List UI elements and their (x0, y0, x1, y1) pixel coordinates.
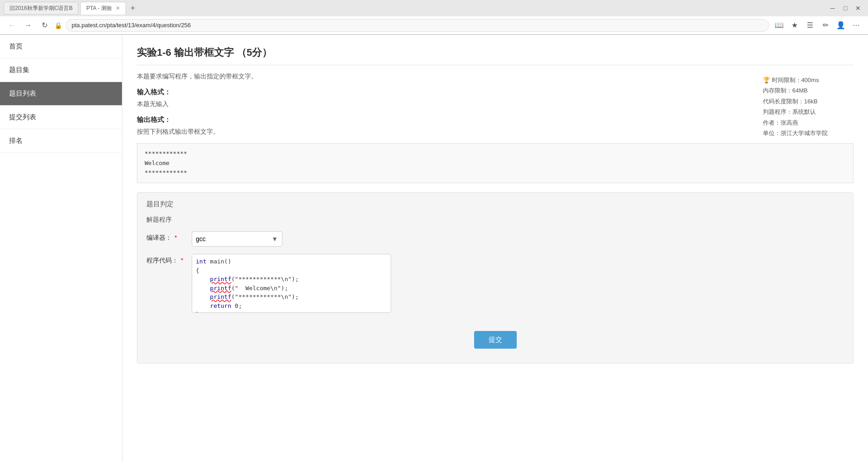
sidebar-item-home[interactable]: 首页 (0, 35, 122, 58)
compiler-row: 编译器： * gcc g++ clang ▼ (146, 231, 844, 247)
reading-mode-icon[interactable]: 📖 (773, 19, 786, 32)
submit-button[interactable]: 提交 (474, 331, 517, 349)
new-tab-button[interactable]: + (128, 4, 138, 13)
toolbar-icons: 📖 ★ ☰ ✏ 👤 ⋯ (773, 19, 863, 32)
submit-area: 提交 (146, 324, 844, 356)
refresh-button[interactable]: ↻ (38, 19, 51, 32)
minimize-button[interactable]: ─ (826, 2, 839, 15)
sidebar-item-submissions[interactable]: 提交列表 (0, 106, 122, 129)
compiler-select[interactable]: gcc g++ clang (192, 231, 282, 247)
favorites-icon[interactable]: ★ (788, 19, 801, 32)
sidebar-item-problemset-label: 题目集 (9, 66, 29, 73)
output-line-2: Welcome (145, 159, 846, 168)
url-input[interactable] (66, 19, 769, 32)
output-format-content: 按照下列格式输出带框文字。 (137, 128, 853, 136)
tab-bar: 旧2016秋季新学期C语言B PTA - 测验 ✕ + ─ □ ✕ (0, 0, 868, 16)
tab-active[interactable]: PTA - 测验 ✕ (80, 2, 126, 15)
sidebar-item-problemset[interactable]: 题目集 (0, 58, 122, 82)
sidebar-item-ranking[interactable]: 排名 (0, 129, 122, 153)
code-line-1: int main() (196, 257, 387, 266)
output-line-1: ************ (145, 149, 846, 159)
edit-icon[interactable]: ✏ (819, 19, 832, 32)
menu-icon[interactable]: ☰ (804, 19, 816, 32)
code-line-6: return 0; (196, 302, 387, 311)
info-panel: 🏆 时间限制：400ms 内存限制：64MB 代码长度限制：16kB 判题程序：… (763, 75, 853, 138)
compiler-label: 编译器： * (146, 231, 192, 242)
output-format-label: 输出格式： (137, 116, 853, 124)
sidebar-item-home-label: 首页 (9, 42, 23, 50)
info-author: 作者：张高燕 (763, 117, 853, 128)
main-content: 🏆 时间限制：400ms 内存限制：64MB 代码长度限制：16kB 判题程序：… (122, 35, 868, 462)
code-required: * (181, 257, 183, 264)
input-format-label: 输入格式： (137, 88, 853, 97)
code-line-3: printf("************\n"); (196, 275, 387, 284)
judge-title: 题目判定 (146, 200, 844, 209)
maximize-button[interactable]: □ (839, 2, 852, 15)
lock-icon: 🔒 (54, 22, 62, 29)
solution-label: 解题程序 (146, 216, 844, 224)
code-line-2: { (196, 266, 387, 275)
compiler-required: * (175, 234, 177, 241)
sidebar-item-submissions-label: 提交列表 (9, 113, 36, 121)
tab-prev-label: 旧2016秋季新学期C语言B (10, 5, 73, 12)
sidebar-item-ranking-label: 排名 (9, 136, 23, 144)
tab-prev[interactable]: 旧2016秋季新学期C语言B (4, 2, 78, 15)
tab-close-icon[interactable]: ✕ (116, 5, 120, 11)
page-layout: 首页 题目集 题目列表 提交列表 排名 🏆 时间限制：400ms 内存限制：64… (0, 35, 868, 462)
code-line-4: printf(" Welcome\n"); (196, 284, 387, 293)
code-row: 程序代码： * int main() { printf("***********… (146, 254, 844, 313)
question-description: 本题要求编写程序，输出指定的带框文字。 (137, 73, 853, 81)
info-time-limit: 🏆 时间限制：400ms (763, 75, 853, 85)
more-icon[interactable]: ⋯ (850, 19, 863, 32)
sidebar-item-problemlist[interactable]: 题目列表 (0, 82, 122, 106)
compiler-select-wrapper: gcc g++ clang ▼ (192, 231, 282, 247)
back-button[interactable]: ← (5, 19, 18, 32)
info-judge-program: 判题程序：系统默认 (763, 107, 853, 117)
judge-section: 题目判定 解题程序 编译器： * gcc g++ clang ▼ (137, 192, 853, 364)
info-memory-limit: 内存限制：64MB (763, 85, 853, 96)
input-format-content: 本题无输入 (137, 100, 853, 108)
output-line-3: ************ (145, 168, 846, 178)
code-line-5: printf("************\n"); (196, 292, 387, 302)
code-line-7: } (196, 310, 387, 313)
info-code-limit: 代码长度限制：16kB (763, 96, 853, 107)
sidebar-item-problemlist-label: 题目列表 (9, 89, 36, 97)
forward-button[interactable]: → (22, 19, 34, 32)
sidebar: 首页 题目集 题目列表 提交列表 排名 (0, 35, 122, 462)
compiler-control: gcc g++ clang ▼ (192, 231, 844, 247)
trophy-icon: 🏆 (763, 77, 770, 83)
code-editor[interactable]: int main() { printf("************\n"); p… (192, 254, 391, 313)
question-title: 实验1-6 输出带框文字 （5分） (137, 46, 853, 65)
code-label: 程序代码： * (146, 254, 192, 265)
tab-active-label: PTA - 测验 (86, 5, 112, 12)
code-control: int main() { printf("************\n"); p… (192, 254, 844, 313)
address-bar: ← → ↻ 🔒 📖 ★ ☰ ✏ 👤 ⋯ (0, 16, 868, 34)
output-example-box: ************ Welcome ************ (137, 143, 853, 183)
profile-icon[interactable]: 👤 (834, 19, 847, 32)
info-unit: 单位：浙江大学城市学院 (763, 128, 853, 138)
close-window-button[interactable]: ✕ (852, 2, 864, 15)
browser-chrome: 旧2016秋季新学期C语言B PTA - 测验 ✕ + ─ □ ✕ ← → ↻ … (0, 0, 868, 35)
